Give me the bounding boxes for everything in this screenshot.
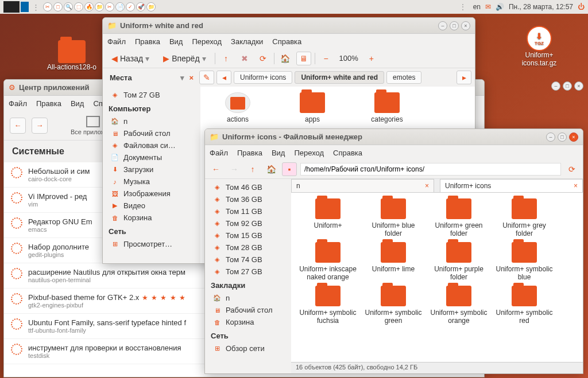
sidebar-item-trash[interactable]: 🗑Корзина — [103, 212, 200, 224]
places-header[interactable]: Места▾× — [106, 71, 197, 84]
volume-icon[interactable]: 🔊 — [496, 3, 504, 11]
minimize-button[interactable]: – — [438, 21, 447, 30]
desktop-icon-archive[interactable]: ⬇TGZ Uniform+ icons.tar.gz — [513, 26, 565, 67]
sidebar[interactable]: ◈Том 46 GB ◈Том 36 GB ◈Том 11 GB ◈Том 92… — [205, 179, 291, 373]
folder-item[interactable]: Uniform+ inkscape naked orange — [297, 242, 359, 281]
mail-icon[interactable]: ✉ — [485, 3, 491, 11]
sidebar-item-desktop[interactable]: 🖥Рабочий стол — [103, 127, 200, 139]
zoom-out-button[interactable]: − — [319, 52, 334, 65]
folder-item[interactable]: Uniform+ grey folder — [493, 198, 555, 237]
language-indicator[interactable]: en — [473, 3, 481, 11]
sidebar-item-home[interactable]: 🏠n — [205, 292, 291, 304]
close-icon[interactable]: × — [425, 182, 429, 190]
breadcrumb-item[interactable]: Uniform+ icons — [234, 71, 292, 84]
menu-help[interactable]: Справка — [333, 149, 362, 157]
panel-tool-icon[interactable]: 📄 — [115, 2, 125, 11]
titlebar[interactable]: 📁 Uniform+ icons - Файловый менеджер – □… — [205, 129, 583, 145]
menu-view[interactable]: Вид — [169, 37, 183, 46]
sidebar-item-volume[interactable]: ◈Том 46 GB — [205, 181, 291, 193]
menu-go[interactable]: Переход — [294, 149, 324, 157]
folder-item[interactable]: Uniform+ — [297, 198, 359, 237]
sidebar[interactable]: ◈Том 27 GB Компьютер 🏠n 🖥Рабочий стол ◈Ф… — [103, 87, 200, 263]
sidebar-item-pictures[interactable]: 🖼Изображения — [103, 188, 200, 200]
sidebar-item-browse[interactable]: ⊞Просмотрет… — [103, 238, 200, 250]
panel-tool-icon[interactable]: □ — [53, 2, 63, 11]
back-button[interactable]: ◀Назад▾ — [106, 52, 154, 65]
menu-file[interactable]: Файл — [210, 149, 228, 157]
menu-view[interactable]: Вид — [71, 99, 84, 108]
forward-button[interactable]: → — [227, 162, 242, 176]
sidebar-item-volume[interactable]: ◈Том 74 GB — [205, 254, 291, 266]
titlebar[interactable]: 📁 Uniform+ white and red – □ × — [103, 18, 475, 34]
panel-tool-icon[interactable]: 📁 — [95, 2, 104, 11]
folder-item[interactable]: Uniform+ symbolic orange — [428, 286, 490, 325]
sidebar-item-home[interactable]: 🏠n — [103, 115, 200, 127]
sidebar-item-music[interactable]: ♪Музыка — [103, 176, 200, 188]
path-fwd-button[interactable]: ▸ — [457, 71, 471, 84]
menu-file[interactable]: Файл — [9, 99, 27, 108]
home-button[interactable]: 🏠 — [264, 162, 278, 176]
sidebar-item-volume[interactable]: ◈Том 27 GB — [103, 89, 200, 101]
maximize-button[interactable]: □ — [558, 133, 567, 142]
minimize-button[interactable]: – — [546, 133, 555, 142]
power-icon[interactable]: ⏻ — [578, 3, 585, 11]
folder-item[interactable]: Uniform+ lime — [362, 242, 424, 281]
path-back-button[interactable]: ◂ — [216, 71, 231, 84]
panel-tool-icon[interactable]: 🔍 — [64, 2, 73, 11]
panel-app-icon[interactable] — [21, 2, 29, 12]
close-icon[interactable]: × — [574, 182, 578, 190]
sidebar-item-volume[interactable]: ◈Том 92 GB — [205, 217, 291, 229]
desktop-icon-allactions[interactable]: All-actions128-o — [46, 40, 98, 71]
sidebar-item-trash[interactable]: 🗑Корзина — [205, 316, 291, 328]
sidebar-item-filesystem[interactable]: ◈Файловая си… — [103, 139, 200, 151]
menu-bookmarks[interactable]: Закладки — [231, 37, 263, 46]
path-input[interactable] — [300, 163, 561, 176]
menu-go[interactable]: Переход — [192, 37, 222, 46]
back-button[interactable]: ← — [208, 162, 223, 176]
sidebar-item-desktop[interactable]: 🖥Рабочий стол — [205, 304, 291, 316]
close-icon[interactable]: × — [189, 73, 194, 82]
panel-tool-icon[interactable]: 🚀 — [136, 2, 145, 11]
sidebar-item-volume[interactable]: ◈Том 36 GB — [205, 193, 291, 205]
tab-active[interactable]: Uniform+ icons× — [440, 179, 583, 192]
minimize-button[interactable]: – — [551, 81, 560, 91]
forward-button[interactable]: ▶Вперёд▾ — [158, 52, 211, 65]
tab[interactable]: n× — [291, 179, 434, 192]
panel-tool-icon[interactable]: ✂ — [105, 2, 114, 11]
menu-edit[interactable]: Правка — [36, 99, 61, 108]
path-toggle-button[interactable]: ▪ — [282, 162, 297, 176]
panel-tool-icon[interactable]: 🔥 — [84, 2, 94, 11]
maximize-button[interactable]: □ — [450, 21, 459, 30]
sidebar-item-volume[interactable]: ◈Том 11 GB — [205, 205, 291, 217]
icon-view[interactable]: Uniform+Uniform+ blue folderUniform+ gre… — [291, 193, 583, 362]
sidebar-item-downloads[interactable]: ⬇Загрузки — [103, 163, 200, 176]
menu-view[interactable]: Вид — [272, 149, 285, 157]
sidebar-item-volume[interactable]: ◈Том 28 GB — [205, 241, 291, 254]
close-button[interactable]: × — [569, 133, 578, 142]
menu-help[interactable]: Справка — [272, 37, 301, 46]
folder-item[interactable]: apps — [281, 92, 344, 123]
folder-item[interactable]: Uniform+ purple folder — [428, 242, 490, 281]
breadcrumb-item-active[interactable]: Uniform+ white and red — [295, 71, 384, 84]
forward-button[interactable]: → — [32, 118, 48, 134]
folder-item[interactable]: Uniform+ symbolic red — [493, 286, 555, 325]
folder-item[interactable]: categories — [355, 92, 419, 123]
folder-item[interactable]: Uniform+ symbolic green — [362, 286, 424, 325]
close-button[interactable]: × — [574, 81, 583, 91]
up-button[interactable]: ↑ — [219, 52, 234, 65]
back-button[interactable]: ← — [10, 118, 26, 134]
clock[interactable]: Пн., 28 марта, 12:57 — [509, 3, 573, 11]
folder-item[interactable]: Uniform+ green folder — [428, 198, 490, 237]
panel-tool-icon[interactable]: ✓ — [126, 2, 135, 11]
zoom-in-button[interactable]: + — [364, 52, 379, 65]
menu-file[interactable]: Файл — [107, 37, 126, 46]
folder-item[interactable]: actions — [206, 92, 269, 123]
breadcrumb-item[interactable]: emotes — [386, 71, 421, 84]
panel-tool-icon[interactable]: 📁 — [146, 2, 156, 11]
menu-edit[interactable]: Правка — [237, 149, 262, 157]
home-button[interactable]: 🏠 — [278, 52, 293, 65]
sidebar-item-video[interactable]: ▶Видео — [103, 200, 200, 212]
reload-button[interactable]: ⟳ — [256, 52, 270, 65]
maximize-button[interactable]: □ — [563, 81, 572, 91]
folder-item[interactable]: Uniform+ symbolic fuchsia — [297, 286, 359, 325]
